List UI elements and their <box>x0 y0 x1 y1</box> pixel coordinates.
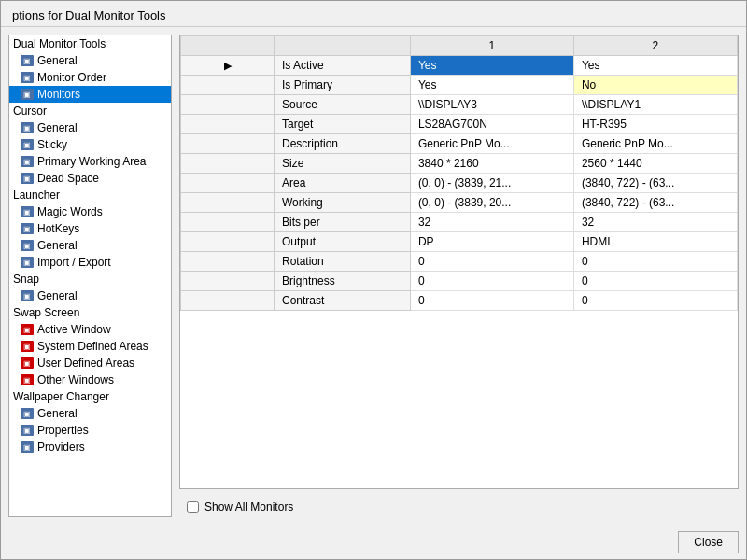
col1-cell-12[interactable]: 0 <box>410 291 573 311</box>
sidebar-label-general-4: General <box>37 289 78 302</box>
th-col1: 1 <box>410 36 573 56</box>
row-label-2: Source <box>275 95 411 115</box>
col1-cell-9[interactable]: DP <box>410 232 573 252</box>
arrow-cell-7 <box>181 193 275 213</box>
icon-other-windows: ▣ <box>21 374 34 385</box>
col2-cell-6[interactable]: (3840, 722) - (63... <box>573 174 737 193</box>
icon-monitor-order: ▣ <box>21 72 34 83</box>
sidebar-item-dead-space[interactable]: ▣Dead Space <box>9 170 171 187</box>
icon-primary-working-area: ▣ <box>21 156 34 167</box>
col1-cell-1[interactable]: Yes <box>410 76 573 95</box>
monitor-table-container[interactable]: 1 2 ▶Is ActiveYesYesIs PrimaryYesNoSourc… <box>179 35 739 489</box>
bottom-bar: Show All Monitors <box>179 497 739 517</box>
col1-cell-6[interactable]: (0, 0) - (3839, 21... <box>410 174 573 193</box>
col2-cell-11[interactable]: 0 <box>573 272 737 291</box>
arrow-cell-4 <box>181 134 275 154</box>
col2-cell-8[interactable]: 32 <box>573 213 737 232</box>
sidebar-label-general-2: General <box>37 121 78 134</box>
sidebar-item-other-windows[interactable]: ▣Other Windows <box>9 371 171 388</box>
row-label-8: Bits per <box>275 213 411 232</box>
sidebar-label-general-5: General <box>37 407 78 420</box>
col1-cell-2[interactable]: \\DISPLAY3 <box>410 95 573 115</box>
sidebar-item-primary-working-area[interactable]: ▣Primary Working Area <box>9 153 171 170</box>
icon-providers: ▣ <box>21 441 34 453</box>
col2-cell-1[interactable]: No <box>573 76 737 95</box>
col2-cell-0[interactable]: Yes <box>573 56 737 76</box>
icon-sticky: ▣ <box>21 139 34 150</box>
table-row: ▶Is ActiveYesYes <box>181 56 738 76</box>
col1-cell-3[interactable]: LS28AG700N <box>410 115 573 134</box>
dialog: ptions for Dual Monitor Tools Dual Monit… <box>0 0 747 560</box>
sidebar-label-magic-words: Magic Words <box>37 205 103 218</box>
sidebar-item-hotkeys[interactable]: ▣HotKeys <box>9 220 171 237</box>
sidebar-label-dual-monitor-tools: Dual Monitor Tools <box>13 37 106 50</box>
table-row: Working(0, 0) - (3839, 20...(3840, 722) … <box>181 193 738 213</box>
sidebar-label-swap-screen: Swap Screen <box>13 306 79 319</box>
sidebar-item-user-defined-areas[interactable]: ▣User Defined Areas <box>9 355 171 371</box>
row-label-6: Area <box>275 174 411 193</box>
sidebar-item-general-5[interactable]: ▣General <box>9 405 171 422</box>
col1-cell-10[interactable]: 0 <box>410 252 573 272</box>
sidebar-item-active-window[interactable]: ▣Active Window <box>9 321 171 338</box>
sidebar-item-general-1[interactable]: ▣General <box>9 52 171 69</box>
col1-cell-8[interactable]: 32 <box>410 213 573 232</box>
table-row: Is PrimaryYesNo <box>181 76 738 95</box>
sidebar-item-monitors[interactable]: ▣Monitors <box>9 86 171 103</box>
arrow-cell-2 <box>181 95 275 115</box>
sidebar-item-properties[interactable]: ▣Properties <box>9 422 171 439</box>
show-all-monitors-label[interactable]: Show All Monitors <box>187 500 293 513</box>
col2-cell-7[interactable]: (3840, 722) - (63... <box>573 193 737 213</box>
show-all-monitors-text: Show All Monitors <box>204 500 293 513</box>
close-button[interactable]: Close <box>678 531 739 553</box>
icon-general-4: ▣ <box>21 290 34 301</box>
col2-cell-12[interactable]: 0 <box>573 291 737 311</box>
row-label-1: Is Primary <box>275 76 411 95</box>
sidebar-item-magic-words[interactable]: ▣Magic Words <box>9 203 171 220</box>
sidebar-item-providers[interactable]: ▣Providers <box>9 439 171 455</box>
th-arrow <box>181 36 275 56</box>
col2-cell-5[interactable]: 2560 * 1440 <box>573 154 737 174</box>
sidebar-item-monitor-order[interactable]: ▣Monitor Order <box>9 69 171 86</box>
arrow-cell-10 <box>181 252 275 272</box>
col2-cell-2[interactable]: \\DISPLAY1 <box>573 95 737 115</box>
arrow-cell-12 <box>181 291 275 311</box>
col2-cell-4[interactable]: Generic PnP Mo... <box>573 134 737 154</box>
sidebar-label-properties: Properties <box>37 424 89 437</box>
col1-cell-11[interactable]: 0 <box>410 272 573 291</box>
table-row: Size3840 * 21602560 * 1440 <box>181 154 738 174</box>
sidebar-item-general-2[interactable]: ▣General <box>9 119 171 136</box>
col1-cell-4[interactable]: Generic PnP Mo... <box>410 134 573 154</box>
arrow-cell-6 <box>181 174 275 193</box>
left-panel[interactable]: Dual Monitor Tools▣General▣Monitor Order… <box>8 35 172 517</box>
footer-buttons: Close <box>1 525 746 559</box>
sidebar-label-launcher: Launcher <box>13 189 60 202</box>
sidebar-item-general-4[interactable]: ▣General <box>9 287 171 304</box>
sidebar-item-system-defined-areas[interactable]: ▣System Defined Areas <box>9 338 171 355</box>
sidebar-label-dead-space: Dead Space <box>37 172 99 185</box>
icon-dead-space: ▣ <box>21 173 34 184</box>
arrow-cell-5 <box>181 154 275 174</box>
table-row: DescriptionGeneric PnP Mo...Generic PnP … <box>181 134 738 154</box>
col2-cell-9[interactable]: HDMI <box>573 232 737 252</box>
show-all-monitors-checkbox[interactable] <box>187 501 199 513</box>
row-label-3: Target <box>275 115 411 134</box>
arrow-cell-1 <box>181 76 275 95</box>
table-row: Area(0, 0) - (3839, 21...(3840, 722) - (… <box>181 174 738 193</box>
col1-cell-7[interactable]: (0, 0) - (3839, 20... <box>410 193 573 213</box>
sidebar-item-import-export[interactable]: ▣Import / Export <box>9 254 171 271</box>
sidebar-label-primary-working-area: Primary Working Area <box>37 155 146 168</box>
col1-cell-0[interactable]: Yes <box>410 56 573 76</box>
sidebar-item-cursor: Cursor <box>9 103 171 119</box>
col2-cell-10[interactable]: 0 <box>573 252 737 272</box>
icon-properties: ▣ <box>21 425 34 436</box>
sidebar-item-wallpaper-changer: Wallpaper Changer <box>9 388 171 405</box>
arrow-cell-9 <box>181 232 275 252</box>
sidebar-label-cursor: Cursor <box>13 105 47 118</box>
table-row: Brightness00 <box>181 272 738 291</box>
sidebar-item-general-3[interactable]: ▣General <box>9 237 171 254</box>
row-label-11: Brightness <box>275 272 411 291</box>
icon-user-defined-areas: ▣ <box>21 357 34 369</box>
col2-cell-3[interactable]: HT-R395 <box>573 115 737 134</box>
col1-cell-5[interactable]: 3840 * 2160 <box>410 154 573 174</box>
sidebar-item-sticky[interactable]: ▣Sticky <box>9 136 171 153</box>
